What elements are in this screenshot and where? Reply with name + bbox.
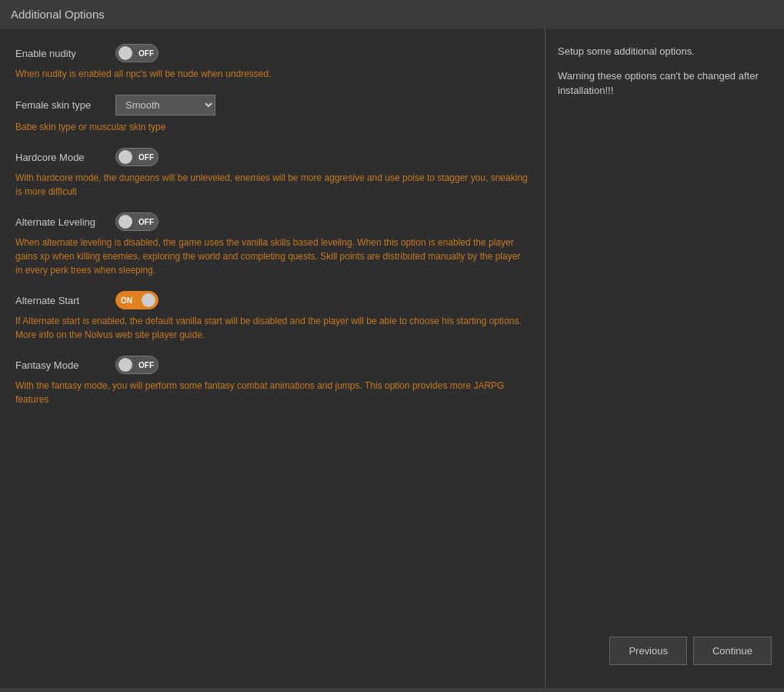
fantasy-mode-label: Fantasy Mode xyxy=(15,359,115,371)
alternate-leveling-row: Alternate Leveling OFF xyxy=(15,212,529,231)
female-skin-row: Female skin type Smooth Muscular xyxy=(15,95,529,115)
alternate-start-row: Alternate Start ON xyxy=(15,291,529,309)
bottom-buttons: Previous Continue xyxy=(558,637,772,673)
enable-nudity-description: When nudity is enabled all npc's will be… xyxy=(15,67,529,81)
toggle-off-text: OFF xyxy=(138,49,154,58)
female-skin-dropdown[interactable]: Smooth Muscular xyxy=(115,95,215,115)
previous-button[interactable]: Previous xyxy=(609,637,687,665)
hardcore-mode-row: Hardcore Mode OFF xyxy=(15,148,529,166)
hardcore-mode-toggle[interactable]: OFF xyxy=(115,148,158,166)
toggle-off-text: OFF xyxy=(138,218,154,226)
enable-nudity-row: Enable nudity OFF xyxy=(15,44,529,62)
toggle-knob xyxy=(118,358,132,372)
hardcore-mode-description: With hardcore mode, the dungeons will be… xyxy=(15,171,529,199)
alternate-start-description: If Alternate start is enabled, the defau… xyxy=(15,314,529,342)
female-skin-label: Female skin type xyxy=(15,99,115,111)
alternate-leveling-label: Alternate Leveling xyxy=(15,216,115,228)
toggle-on-text: ON xyxy=(121,296,132,305)
page-title: Additional Options xyxy=(0,0,784,28)
female-skin-description: Babe skin type or muscular skin type xyxy=(15,120,529,134)
enable-nudity-toggle[interactable]: OFF xyxy=(115,44,158,62)
warning-text: Warning these options can't be changed a… xyxy=(558,69,772,99)
setup-text: Setup some additional options. xyxy=(558,44,772,59)
toggle-off-text: OFF xyxy=(138,361,154,369)
left-panel: Enable nudity OFF When nudity is enabled… xyxy=(0,28,545,688)
enable-nudity-label: Enable nudity xyxy=(15,48,115,59)
toggle-knob xyxy=(142,293,155,307)
alternate-leveling-description: When alternate leveling is disabled, the… xyxy=(15,236,529,277)
toggle-knob xyxy=(118,46,132,60)
continue-button[interactable]: Continue xyxy=(693,637,772,665)
right-panel: Setup some additional options. Warning t… xyxy=(545,28,784,688)
hardcore-mode-label: Hardcore Mode xyxy=(15,152,115,163)
alternate-start-label: Alternate Start xyxy=(15,295,115,306)
toggle-off-text: OFF xyxy=(138,153,154,162)
fantasy-mode-description: With the fantasy mode, you will perform … xyxy=(15,379,529,406)
toggle-knob xyxy=(118,215,132,229)
alternate-start-toggle[interactable]: ON xyxy=(115,291,158,309)
toggle-knob xyxy=(118,150,132,164)
right-panel-content: Setup some additional options. Warning t… xyxy=(558,44,772,108)
alternate-leveling-toggle[interactable]: OFF xyxy=(115,212,158,231)
fantasy-mode-row: Fantasy Mode OFF xyxy=(15,356,529,374)
fantasy-mode-toggle[interactable]: OFF xyxy=(115,356,158,374)
